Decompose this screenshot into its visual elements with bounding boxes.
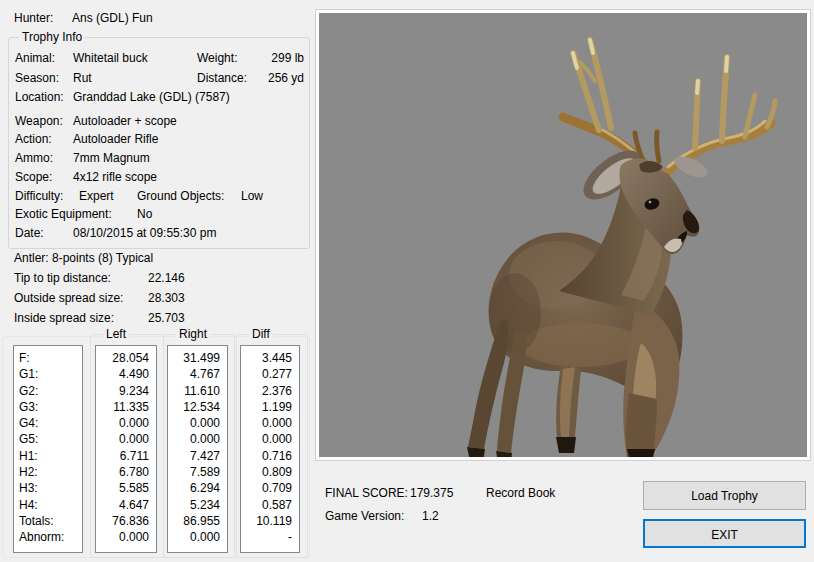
exit-button[interactable]: EXIT [643, 519, 806, 548]
field-label: Ground Objects: [137, 187, 224, 206]
trophy-info-rows: Animal: Whitetail buck Weight: 299 lb Se… [9, 49, 309, 243]
score-right-value: 7.589 [168, 464, 227, 480]
field-value: 299 lb [271, 49, 304, 69]
score-row-label: G5: [14, 431, 82, 447]
field-label: Exotic Equipment: [15, 205, 112, 224]
load-trophy-button[interactable]: Load Trophy [643, 481, 806, 510]
score-row-label: Abnorm: [14, 529, 82, 545]
score-row-label: G2: [14, 383, 82, 399]
score-diff-value: 0.709 [241, 480, 299, 496]
trophy-3d-viewport[interactable] [316, 10, 810, 460]
field-value: Rut [73, 69, 92, 89]
field-value: Autoloader + scope [73, 112, 177, 131]
measurement-label: Inside spread size: [14, 311, 114, 325]
score-diff-value: 0.809 [241, 464, 299, 480]
field-value: 256 yd [268, 69, 304, 89]
hunter-value: Ans (GDL) Fun [72, 11, 153, 25]
score-left-value: 0.000 [96, 431, 156, 447]
score-right-value: 86.955 [168, 513, 227, 529]
score-right-value: 5.234 [168, 497, 227, 513]
measurement-outside-spread: Outside spread size: 28.303 [14, 291, 123, 305]
deer-model [319, 13, 807, 457]
field-label: Weight: [197, 49, 237, 69]
game-version-value: 1.2 [422, 509, 439, 523]
field-label: Weapon: [15, 112, 63, 131]
game-version-label: Game Version: [325, 509, 404, 523]
field-value: Expert [79, 187, 114, 206]
score-diff-value: 0.000 [241, 415, 299, 431]
field-label: Scope: [15, 168, 52, 187]
score-left-value: 28.054 [96, 350, 156, 366]
field-label: Animal: [15, 49, 55, 69]
row-season: Season: Rut Distance: 256 yd [9, 69, 309, 89]
score-right-value: 31.499 [168, 350, 227, 366]
score-left-value: 11.335 [96, 399, 156, 415]
score-left-value: 9.234 [96, 383, 156, 399]
measurement-label: Outside spread size: [14, 291, 123, 305]
score-row-label: H4: [14, 497, 82, 513]
score-row-label: H3: [14, 480, 82, 496]
score-row-label: Totals: [14, 513, 82, 529]
row-weapon: Weapon: Autoloader + scope [9, 112, 309, 131]
score-row-label: H2: [14, 464, 82, 480]
field-value: 4x12 rifle scope [73, 168, 157, 187]
field-value: Low [241, 187, 263, 206]
score-right-value: 12.534 [168, 399, 227, 415]
score-left-value: 5.585 [96, 480, 156, 496]
score-right-value: 4.767 [168, 366, 227, 382]
score-diff-value: 0.587 [241, 497, 299, 513]
score-diff-value: 0.000 [241, 431, 299, 447]
row-action: Action: Autoloader Rifle [9, 130, 309, 149]
trophy-info-groupbox: Trophy Info Animal: Whitetail buck Weigh… [8, 37, 310, 249]
row-scope: Scope: 4x12 rifle scope [9, 168, 309, 187]
field-value: Whitetail buck [73, 49, 148, 69]
row-ammo: Ammo: 7mm Magnum [9, 149, 309, 168]
column-header-right: Right [176, 327, 210, 341]
score-diff-value: - [241, 529, 299, 545]
column-header-left: Left [103, 327, 129, 341]
hunter-label: Hunter: [14, 11, 72, 25]
record-book-label: Record Book [486, 486, 555, 500]
measurement-tip-to-tip: Tip to tip distance: 22.146 [14, 271, 111, 285]
row-difficulty: Difficulty: Expert Ground Objects: Low [9, 187, 309, 206]
final-score-value: 179.375 [410, 486, 453, 500]
score-left-value: 0.000 [96, 415, 156, 431]
field-value: Granddad Lake (GDL) (7587) [73, 88, 230, 108]
field-label: Date: [15, 224, 44, 243]
field-label: Ammo: [15, 149, 53, 168]
antler-summary: Antler: 8-points (8) Typical [14, 251, 153, 265]
row-location: Location: Granddad Lake (GDL) (7587) [9, 88, 309, 108]
score-diff-value: 1.199 [241, 399, 299, 415]
trophy-info-title: Trophy Info [19, 30, 85, 44]
hunter-row: Hunter:Ans (GDL) Fun [14, 11, 153, 25]
measurement-value: 22.146 [148, 271, 185, 285]
field-label: Distance: [197, 69, 247, 89]
score-left-value: 4.490 [96, 366, 156, 382]
score-right-value: 7.427 [168, 448, 227, 464]
final-score-label: FINAL SCORE: [325, 486, 408, 500]
score-diff-value: 10.119 [241, 513, 299, 529]
score-left-value: 4.647 [96, 497, 156, 513]
score-left-values-list[interactable]: 28.054 4.490 9.234 11.335 0.000 0.000 6.… [95, 345, 157, 553]
field-label: Season: [15, 69, 59, 89]
score-right-value: 0.000 [168, 431, 227, 447]
field-value: 08/10/2015 at 09:55:30 pm [73, 224, 216, 243]
score-right-value: 6.294 [168, 480, 227, 496]
score-left-value: 6.711 [96, 448, 156, 464]
score-left-value: 76.836 [96, 513, 156, 529]
field-label: Difficulty: [15, 187, 63, 206]
measurement-inside-spread: Inside spread size: 25.703 [14, 311, 114, 325]
score-diff-value: 3.445 [241, 350, 299, 366]
score-diff-values-list[interactable]: 3.445 0.277 2.376 1.199 0.000 0.000 0.71… [240, 345, 300, 553]
measurement-label: Tip to tip distance: [14, 271, 111, 285]
deer-antlers [563, 40, 775, 173]
field-value: 7mm Magnum [73, 149, 150, 168]
score-right-value: 11.610 [168, 383, 227, 399]
score-row-label: G3: [14, 399, 82, 415]
score-row-labels-list[interactable]: F: G1: G2: G3: G4: G5: H1: H2: H3: H4: T… [13, 345, 83, 553]
score-right-values-list[interactable]: 31.499 4.767 11.610 12.534 0.000 0.000 7… [167, 345, 228, 553]
score-row-label: H1: [14, 448, 82, 464]
score-left-value: 6.780 [96, 464, 156, 480]
measurement-value: 25.703 [148, 311, 185, 325]
measurement-value: 28.303 [148, 291, 185, 305]
